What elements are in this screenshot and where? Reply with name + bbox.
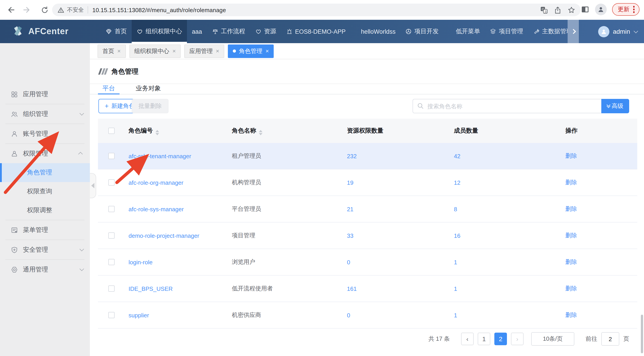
url-text[interactable]: 10.15.15.151:13082/#/menu_auth/role/role…: [92, 6, 226, 13]
page-scrollbar-thumb[interactable]: [641, 315, 643, 353]
delete-link[interactable]: 删除: [562, 205, 637, 213]
page-tab-role-mgmt[interactable]: 角色管理: [228, 44, 274, 58]
table-row[interactable]: login-role 浏览用户 0 1 删除: [98, 249, 637, 276]
page-tab-org-auth-center[interactable]: 组织权限中心: [129, 44, 181, 58]
role-code-link[interactable]: demo-role-project-manager: [125, 232, 228, 239]
sidebar-item-security-mgmt[interactable]: 安全管理: [0, 240, 90, 259]
address-bar[interactable]: 不安全 10.15.15.151:13082/#/menu_auth/role/…: [52, 4, 581, 16]
tab-platform[interactable]: 平台: [98, 84, 120, 94]
nav-item-lowcode-menu[interactable]: 低开菜单: [451, 20, 485, 43]
table-row[interactable]: afc-role-org-manager 机构管理员 19 12 删除: [98, 170, 637, 196]
role-code-link[interactable]: afc-role-tenant-manager: [125, 152, 228, 159]
browser-menu-icon[interactable]: [633, 6, 634, 13]
nav-item-eos8-demo-app[interactable]: EOS8-DEMO-APP: [281, 20, 350, 43]
member-count-link[interactable]: 1: [450, 259, 562, 266]
resource-count-link[interactable]: 21: [343, 206, 450, 212]
row-checkbox[interactable]: [108, 206, 114, 212]
nav-item-project-mgmt[interactable]: 项目管理: [485, 20, 528, 43]
role-code-link[interactable]: IDE_BPS_USER: [125, 285, 228, 292]
batch-delete-button[interactable]: 批量删除: [132, 99, 168, 113]
sidebar-collapse-handle[interactable]: [90, 173, 96, 198]
nav-item-resources[interactable]: 资源: [250, 20, 281, 43]
table-row[interactable]: demo-role-project-manager 项目管理 33 16 删除: [98, 222, 637, 249]
nav-item-home[interactable]: 首页: [101, 20, 132, 43]
translate-icon[interactable]: G文: [540, 6, 548, 14]
close-icon[interactable]: [266, 48, 269, 54]
search-input[interactable]: [412, 99, 601, 113]
nav-item-org-auth-center[interactable]: 组织权限中心: [132, 20, 187, 43]
close-icon[interactable]: [172, 48, 176, 54]
sort-control[interactable]: [259, 130, 262, 135]
sidebar-item-permission-adjust[interactable]: 权限调整: [0, 201, 90, 220]
resource-count-link[interactable]: 161: [343, 285, 450, 292]
member-count-link[interactable]: 42: [450, 152, 562, 159]
page-tab-app-mgmt[interactable]: 应用管理: [184, 44, 224, 58]
security-label[interactable]: 不安全: [67, 6, 84, 14]
resource-count-link[interactable]: 0: [343, 312, 450, 318]
row-checkbox[interactable]: [108, 286, 114, 292]
close-icon[interactable]: [216, 48, 219, 54]
row-checkbox[interactable]: [108, 179, 114, 186]
advanced-search-button[interactable]: 高级: [601, 99, 629, 113]
sidebar-item-role-mgmt[interactable]: 角色管理: [0, 163, 90, 182]
browser-reload-button[interactable]: [38, 3, 51, 17]
close-icon[interactable]: [117, 48, 121, 54]
side-panel-icon[interactable]: [580, 5, 590, 14]
member-count-link[interactable]: 1: [450, 285, 562, 292]
browser-back-button[interactable]: [4, 3, 17, 17]
table-row[interactable]: afc-role-tenant-manager 租户管理员 232 42 删除: [98, 143, 637, 170]
nav-item-workflow[interactable]: 工作流程: [207, 20, 250, 43]
share-icon[interactable]: [554, 6, 561, 14]
select-all-checkbox[interactable]: [108, 128, 114, 134]
row-checkbox[interactable]: [108, 312, 114, 318]
member-count-link[interactable]: 1: [450, 312, 562, 318]
nav-item-project-dev[interactable]: 项目开发: [400, 20, 444, 43]
prev-page-button[interactable]: ‹: [461, 333, 474, 345]
user-menu[interactable]: admin: [598, 20, 637, 43]
table-row[interactable]: IDE_BPS_USER 低开流程使用者 161 1 删除: [98, 276, 637, 302]
resource-count-link[interactable]: 0: [343, 259, 450, 266]
page-button-2-active[interactable]: 2: [494, 333, 507, 345]
table-row[interactable]: afc-role-sys-manager 平台管理员 21 8 删除: [98, 196, 637, 222]
sidebar-item-account-mgmt[interactable]: 账号管理: [0, 124, 90, 144]
sidebar-item-app-mgmt[interactable]: 应用管理: [0, 84, 90, 104]
sidebar-item-permission-query[interactable]: 权限查询: [0, 182, 90, 201]
next-page-button[interactable]: ›: [511, 333, 524, 345]
page-tab-home[interactable]: 首页: [98, 44, 126, 58]
page-button-1[interactable]: 1: [478, 333, 490, 345]
delete-link[interactable]: 删除: [562, 232, 637, 240]
row-checkbox[interactable]: [108, 153, 114, 159]
sidebar-item-menu-mgmt[interactable]: 菜单管理: [0, 220, 90, 240]
sort-control[interactable]: [156, 130, 159, 135]
browser-forward-button[interactable]: [21, 3, 34, 17]
tab-business-object[interactable]: 业务对象: [131, 84, 166, 94]
sidebar-item-org-mgmt[interactable]: 组织管理: [0, 104, 90, 124]
member-count-link[interactable]: 8: [450, 206, 562, 212]
delete-link[interactable]: 删除: [562, 311, 637, 319]
row-checkbox[interactable]: [108, 259, 114, 265]
sidebar-item-permission-mgmt[interactable]: 权限管理: [0, 144, 90, 163]
delete-link[interactable]: 删除: [562, 258, 637, 266]
nav-item-aaa[interactable]: aaa: [187, 20, 207, 43]
member-count-link[interactable]: 16: [450, 232, 562, 239]
sidebar-item-general-mgmt[interactable]: 通用管理: [0, 260, 90, 279]
resource-count-link[interactable]: 33: [343, 232, 450, 239]
role-code-link[interactable]: supplier: [125, 312, 228, 318]
browser-profile-avatar[interactable]: [595, 4, 606, 15]
browser-update-button[interactable]: 更新: [612, 3, 640, 16]
role-code-link[interactable]: login-role: [125, 259, 228, 266]
delete-link[interactable]: 删除: [562, 284, 637, 292]
brand[interactable]: AFCenter: [12, 20, 68, 43]
page-size-select[interactable]: 10条/页: [531, 332, 574, 346]
nav-scroll-strip[interactable]: [568, 20, 579, 43]
delete-link[interactable]: 删除: [562, 178, 637, 186]
table-row[interactable]: supplier 机密供应商 0 1 删除: [98, 302, 637, 328]
nav-item-helloworldss[interactable]: helloWorldss: [356, 20, 400, 43]
row-checkbox[interactable]: [108, 232, 114, 239]
goto-page-input[interactable]: [601, 332, 619, 346]
role-code-link[interactable]: afc-role-org-manager: [125, 179, 228, 186]
delete-link[interactable]: 删除: [562, 152, 637, 160]
resource-count-link[interactable]: 19: [343, 179, 450, 186]
nav-item-master-data[interactable]: 主数据管理: [528, 20, 568, 43]
role-code-link[interactable]: afc-role-sys-manager: [125, 206, 228, 212]
